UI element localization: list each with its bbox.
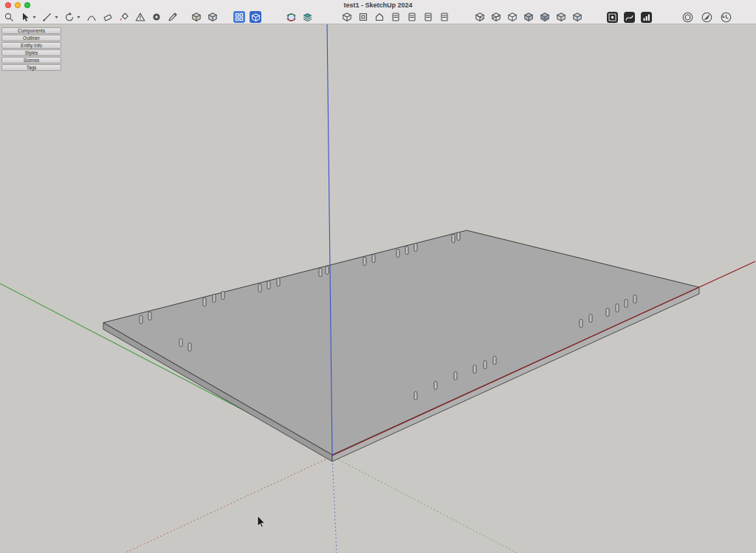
circle-icon xyxy=(151,12,162,22)
top-view-icon xyxy=(358,12,368,22)
toolbar-group-round xyxy=(681,11,732,23)
cube-icon xyxy=(251,13,261,22)
panel-button-tags[interactable]: Tags xyxy=(1,64,61,71)
style-shaded-button[interactable] xyxy=(523,11,535,23)
search-icon xyxy=(4,12,14,22)
toolbar-group-active xyxy=(233,11,261,23)
style-wireframe-button[interactable] xyxy=(474,11,486,23)
monochrome-cube-icon xyxy=(556,12,566,22)
scene-button-3[interactable] xyxy=(422,11,434,23)
hexagon-circle-icon xyxy=(682,12,693,23)
select-arrow-icon xyxy=(20,12,30,22)
toolbar-group-edit xyxy=(3,11,179,23)
close-button[interactable] xyxy=(5,2,11,8)
round-history-button[interactable] xyxy=(720,11,732,23)
document-icon xyxy=(439,12,450,22)
scene-button-1[interactable] xyxy=(390,11,402,23)
rotate-tool-button[interactable] xyxy=(63,11,75,23)
shaded-cube-icon xyxy=(523,12,534,22)
arc-icon xyxy=(86,12,97,22)
style-hidden-line-button[interactable] xyxy=(506,11,518,23)
pattern-square-icon xyxy=(608,13,616,21)
back-edges-cube-icon xyxy=(491,12,501,22)
red-axis-dotted xyxy=(125,456,332,553)
active-tool-grid-button[interactable] xyxy=(233,11,245,23)
document-icon xyxy=(423,12,433,22)
scene-button-2[interactable] xyxy=(406,11,418,23)
tray-panel-stack: Components Outliner Entity Info Styles S… xyxy=(1,27,61,71)
front-view-icon xyxy=(374,12,385,22)
history-circle-icon xyxy=(721,12,732,23)
minimize-button[interactable] xyxy=(15,2,21,8)
layers-icon xyxy=(302,12,313,23)
style-monochrome-button[interactable] xyxy=(555,11,567,23)
xray-cube-icon xyxy=(572,12,583,22)
round-compass-button[interactable] xyxy=(701,11,712,23)
dark-chart-button[interactable] xyxy=(641,12,652,23)
look-around-button[interactable] xyxy=(151,11,162,23)
caret-down-icon xyxy=(54,12,59,22)
panel-button-entity-info[interactable]: Entity Info xyxy=(1,42,61,49)
panel-model xyxy=(103,230,699,461)
top-view-button[interactable] xyxy=(357,11,369,23)
panel-top-face xyxy=(103,230,699,455)
toolbar-group-components xyxy=(190,11,219,23)
compass-circle-icon xyxy=(701,12,712,23)
arc-tool-button[interactable] xyxy=(86,11,97,23)
rotate-dropdown-caret[interactable] xyxy=(76,11,81,23)
panel-button-outliner[interactable]: Outliner xyxy=(1,35,61,41)
style-back-edges-button[interactable] xyxy=(490,11,502,23)
grid-icon xyxy=(235,13,244,21)
model-warning-button[interactable] xyxy=(134,11,146,23)
rotate-icon xyxy=(64,12,75,22)
scene-button-4[interactable] xyxy=(439,11,450,23)
wireframe-cube-icon xyxy=(475,12,485,22)
toolbar xyxy=(0,10,756,24)
bar-chart-icon xyxy=(642,13,650,21)
panel-button-styles[interactable]: Styles xyxy=(1,49,61,56)
cube-icon xyxy=(191,12,202,22)
document-icon xyxy=(391,12,401,22)
line-icon xyxy=(42,12,52,22)
paint-tool-button[interactable] xyxy=(118,11,130,23)
hidden-line-cube-icon xyxy=(507,12,518,22)
window-title: test1 - SketchUp 2024 xyxy=(0,1,756,9)
caret-down-icon xyxy=(32,12,37,22)
warning-icon xyxy=(135,12,145,22)
component-button-1[interactable] xyxy=(190,11,202,23)
traffic-lights xyxy=(5,2,30,8)
select-tool-button[interactable] xyxy=(19,11,31,23)
component-button-2[interactable] xyxy=(207,11,219,23)
iso-view-button[interactable] xyxy=(341,11,353,23)
dark-graph-button[interactable] xyxy=(624,12,635,23)
pencil-tool-button[interactable] xyxy=(167,11,179,23)
line-dropdown-caret[interactable] xyxy=(54,11,59,23)
panel-button-components[interactable]: Components xyxy=(1,27,61,34)
line-tool-button[interactable] xyxy=(41,11,53,23)
toolbar-group-dark xyxy=(607,12,652,23)
orbit-tool-button[interactable] xyxy=(285,11,297,23)
panel-button-scenes[interactable]: Scenes xyxy=(1,57,61,63)
caret-down-icon xyxy=(76,12,81,22)
blue-axis-dotted xyxy=(332,456,337,553)
search-tool-button[interactable] xyxy=(3,11,15,23)
mouse-cursor xyxy=(258,516,265,528)
toolbar-group-styles xyxy=(474,11,583,23)
round-hex-button[interactable] xyxy=(681,11,693,23)
3d-viewport[interactable] xyxy=(0,0,756,553)
layers-tool-button[interactable] xyxy=(301,11,313,23)
active-tool-cube-button[interactable] xyxy=(250,11,261,23)
front-view-button[interactable] xyxy=(374,11,385,23)
curve-graph-icon xyxy=(625,13,633,21)
eraser-icon xyxy=(103,12,113,22)
iso-cube-icon xyxy=(342,12,352,22)
zoom-window-button[interactable] xyxy=(24,2,30,8)
document-icon xyxy=(407,12,417,22)
style-xray-button[interactable] xyxy=(571,11,583,23)
dark-export-button[interactable] xyxy=(607,12,618,23)
style-textured-button[interactable] xyxy=(539,11,551,23)
select-dropdown-caret[interactable] xyxy=(32,11,37,23)
toolbar-group-navigation xyxy=(285,11,313,23)
eraser-tool-button[interactable] xyxy=(102,11,114,23)
toolbar-group-views xyxy=(341,11,450,23)
